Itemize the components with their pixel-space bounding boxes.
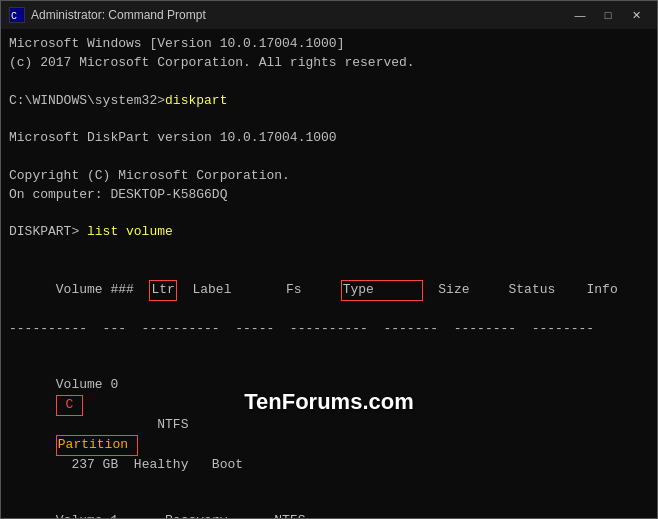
type-box-header: Type xyxy=(341,280,423,301)
line-blank1 xyxy=(9,73,649,92)
close-button[interactable]: ✕ xyxy=(623,5,649,25)
diskpart-command: diskpart xyxy=(165,93,227,108)
line-diskpart-cmd: C:\WINDOWS\system32>diskpart xyxy=(9,92,649,111)
terminal-output[interactable]: Microsoft Windows [Version 10.0.17004.10… xyxy=(1,29,657,518)
table-divider: ---------- --- ---------- ----- --------… xyxy=(9,320,649,339)
title-bar: C Administrator: Command Prompt — □ ✕ xyxy=(1,1,657,29)
table-row: Volume 0 C NTFS Partition 237 GB Healthy… xyxy=(9,357,649,493)
line-blank3 xyxy=(9,148,649,167)
prompt1: C:\WINDOWS\system32> xyxy=(9,93,165,108)
svg-text:C: C xyxy=(11,11,17,22)
window-controls: — □ ✕ xyxy=(567,5,649,25)
line-ms-corp: Copyright (C) Microsoft Corporation. xyxy=(9,167,649,186)
line-computer: On computer: DESKTOP-K58G6DQ xyxy=(9,186,649,205)
window-title: Administrator: Command Prompt xyxy=(31,8,206,22)
command-prompt-window: C Administrator: Command Prompt — □ ✕ Mi… xyxy=(0,0,658,519)
cmd-icon: C xyxy=(9,7,25,23)
type-box-0: Partition xyxy=(56,435,138,456)
ltr-box-header: Ltr xyxy=(149,280,176,301)
line-version: Microsoft Windows [Version 10.0.17004.10… xyxy=(9,35,649,54)
col-label: Label Fs xyxy=(177,282,341,297)
line-blank6 xyxy=(9,339,649,358)
line-diskpart-version: Microsoft DiskPart version 10.0.17004.10… xyxy=(9,129,649,148)
list-volume-cmd: list volume xyxy=(87,224,173,239)
line-blank4 xyxy=(9,205,649,224)
line-blank2 xyxy=(9,110,649,129)
ltr-box-c: C xyxy=(56,395,83,416)
table-header: Volume ### Ltr Label Fs Type Size Status… xyxy=(9,261,649,320)
line-list-volume-prompt: DISKPART> list volume xyxy=(9,223,649,242)
maximize-button[interactable]: □ xyxy=(595,5,621,25)
col-vol: Volume ### xyxy=(56,282,150,297)
line-blank5 xyxy=(9,242,649,261)
diskpart-prompt1: DISKPART> xyxy=(9,224,87,239)
line-copyright: (c) 2017 Microsoft Corporation. All righ… xyxy=(9,54,649,73)
title-bar-left: C Administrator: Command Prompt xyxy=(9,7,206,23)
table-row: Volume 1 Recovery NTFS Partition 499 MB … xyxy=(9,493,649,518)
col-rest: Size Status Info xyxy=(423,282,618,297)
minimize-button[interactable]: — xyxy=(567,5,593,25)
